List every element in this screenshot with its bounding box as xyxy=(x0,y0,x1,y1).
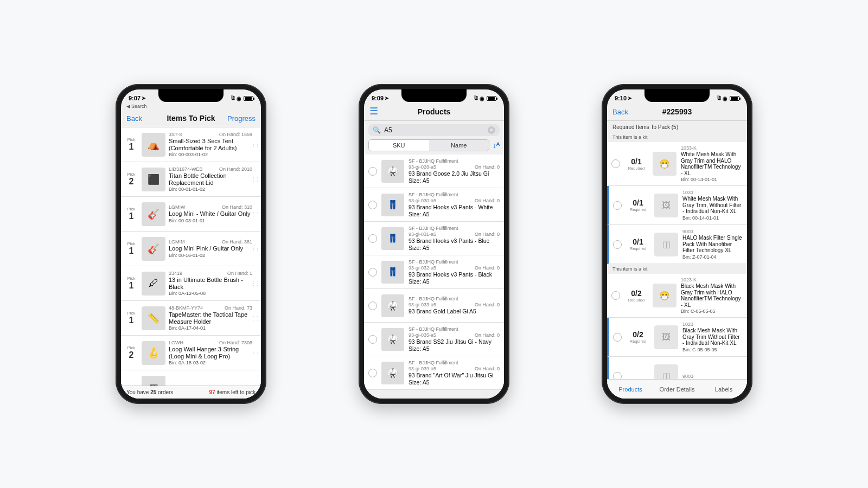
onhand: On Hand: 0 xyxy=(475,366,500,371)
drag-handle-icon[interactable]: ⋮⋮ xyxy=(252,303,258,333)
pick-row[interactable]: Pick2⬛LID31674-WEBOn Hand: 2010Titan Bot… xyxy=(121,162,261,197)
product-row[interactable]: 🥋SF - BJJHQ Fulfillment93-gi-035-a5On Ha… xyxy=(364,323,504,356)
page-title: Items To Pick xyxy=(167,114,215,123)
breadcrumb-back-to-search[interactable]: ◀ Search xyxy=(121,102,261,109)
select-radio[interactable] xyxy=(368,234,377,243)
pack-row[interactable]: 0/1Required😷1033-KWhite Mesh Mask With G… xyxy=(607,142,747,186)
pack-row[interactable]: 0/2Required🖼1023Black Mesh Mask With Gra… xyxy=(607,318,747,357)
pack-info: 1033White Mesh Mask With Gray Trim, With… xyxy=(682,190,743,221)
product-name: Titan Bottle Collection Replacement Lid xyxy=(169,172,252,186)
segment-name[interactable]: Name xyxy=(429,140,489,151)
select-radio[interactable] xyxy=(368,268,377,277)
search-field[interactable]: 🔍 ✕ xyxy=(368,124,500,136)
product-info: SF - BJJHQ Fulfillment93-gi-039-a5On Han… xyxy=(409,360,500,385)
product-row[interactable]: 🥋SF - BJJHQ Fulfillment93-gi-028-a5On Ha… xyxy=(364,155,504,188)
wifi-icon: ◉ xyxy=(723,95,727,101)
fulfillment: SF - BJJHQ Fulfillment xyxy=(409,326,458,332)
pack-row[interactable]: 0/2Required😷1023-KBlack Mesh Mask With G… xyxy=(607,274,747,318)
screen: 9:07➤ ◉ ◀ Search Back Items To Pick Prog… xyxy=(121,89,261,399)
drag-handle-icon[interactable]: ⋮⋮ xyxy=(252,199,258,229)
product-row[interactable]: 🥋SF - BJJHQ Fulfillment93-gi-033-a5On Ha… xyxy=(364,289,504,323)
sku: LGMIM xyxy=(169,239,185,245)
pack-row[interactable]: 0/1Required◫9003HALO Mask Filter Single … xyxy=(607,225,747,264)
select-radio[interactable] xyxy=(368,301,377,310)
select-radio[interactable] xyxy=(368,335,377,344)
back-button[interactable]: Back xyxy=(612,108,628,116)
tab-order-details[interactable]: Order Details xyxy=(654,380,700,399)
product-thumb: 🖼 xyxy=(654,325,678,349)
pick-row[interactable]: Pick1🎸LGMIMOn Hand: 381Loog Mini Pink / … xyxy=(121,232,261,266)
required-col: 0/1Required xyxy=(626,198,650,212)
product-row[interactable]: 👖SF - BJJHQ Fulfillment93-gi-032-a5On Ha… xyxy=(364,255,504,289)
pick-row[interactable]: Pick1⛺3ST-SOn Hand: 1559Small-Sized 3 Se… xyxy=(121,127,261,162)
progress-button[interactable]: Progress xyxy=(227,114,256,123)
pick-row[interactable]: Pick2🪝LGWHOn Hand: 7306Loog Wall Hanger … xyxy=(121,336,261,370)
notch xyxy=(401,89,467,102)
select-radio[interactable] xyxy=(368,167,377,176)
required-col: 0/2Required xyxy=(624,289,648,303)
nav-bar: ☰ Products xyxy=(364,102,504,121)
product-name: 93 Brand Hooks v3 Pants - Black Size: A5 xyxy=(409,271,500,284)
pack-row[interactable]: 0/1Required🖼1033White Mesh Mask With Gra… xyxy=(607,186,747,225)
select-radio[interactable] xyxy=(613,240,622,249)
pick-qty-col: Pick2 xyxy=(124,338,138,368)
pick-list-scroll[interactable]: Pick1⛺3ST-SOn Hand: 1559Small-Sized 3 Se… xyxy=(121,127,261,399)
search-input[interactable] xyxy=(384,126,484,134)
onhand: On Hand: 310 xyxy=(222,204,252,210)
select-radio[interactable] xyxy=(611,159,620,168)
required-col: 0/2Required xyxy=(626,330,650,344)
select-radio[interactable] xyxy=(368,369,377,377)
product-row[interactable]: 👖SF - BJJHQ Fulfillment93-gi-031-a5On Ha… xyxy=(364,222,504,255)
pick-row[interactable]: Pick1🎸LGMIWOn Hand: 310Loog Mini - White… xyxy=(121,197,261,232)
tab-labels[interactable]: Labels xyxy=(700,380,747,399)
fulfillment: SF - BJJHQ Fulfillment xyxy=(409,226,458,231)
product-name: Loog Wall Hanger 3-String (Loog Mini & L… xyxy=(169,346,252,359)
back-button[interactable]: Back xyxy=(126,114,142,123)
pick-row[interactable]: Pick1📏48-BKMF-YY74On Hand: 73TapeMaster:… xyxy=(121,301,261,336)
drag-handle-icon[interactable]: ⋮⋮ xyxy=(252,338,258,368)
sort-segment[interactable]: SKU Name xyxy=(368,139,489,151)
product-thumb: 📏 xyxy=(142,306,165,330)
product-name: 93 Brand "Art Of War" Jiu Jitsu Gi Size:… xyxy=(409,372,500,385)
clear-search-icon[interactable]: ✕ xyxy=(488,126,495,134)
tab-products[interactable]: Products xyxy=(607,380,654,399)
product-thumb: 👖 xyxy=(381,194,404,216)
drag-handle-icon[interactable]: ⋮⋮ xyxy=(252,164,258,194)
menu-icon[interactable]: ☰ xyxy=(369,106,378,117)
product-row[interactable]: 👖SF - BJJHQ Fulfillment93-gi-030-a5On Ha… xyxy=(364,188,504,222)
bin: Bin: 00-16-01-02 xyxy=(169,253,252,258)
product-name: HALO Mask Filter Single Pack With Nanofi… xyxy=(682,235,743,254)
select-radio[interactable] xyxy=(368,201,377,209)
segment-sku[interactable]: SKU xyxy=(369,140,429,151)
drag-handle-icon[interactable]: ⋮⋮ xyxy=(252,130,258,159)
drag-handle-icon[interactable]: ⋮⋮ xyxy=(252,268,258,298)
product-list-scroll[interactable]: 🥋SF - BJJHQ Fulfillment93-gi-028-a5On Ha… xyxy=(364,155,504,399)
status-time: 9:10 xyxy=(615,95,627,101)
pack-list-scroll[interactable]: Required Items To Pack (5) This item is … xyxy=(607,121,747,399)
required-col: 0/1Required xyxy=(626,237,650,251)
product-name: Black Mesh Mask With Gray Trim with HALO… xyxy=(681,283,743,308)
nav-bar: Back #225993 xyxy=(607,102,747,121)
kit-header: This item is a kit xyxy=(607,264,747,274)
pick-qty-col: Pick1 xyxy=(124,303,138,333)
select-radio[interactable] xyxy=(613,333,622,342)
sku: 93-gi-035-a5 xyxy=(409,332,436,338)
battery-icon xyxy=(730,96,739,101)
product-name: 93 Brand Gold Label Gi A5 xyxy=(409,308,500,314)
select-radio[interactable] xyxy=(613,201,622,210)
bin: Bin: C-05-05-05 xyxy=(681,309,743,314)
product-row[interactable]: 🥋SF - BJJHQ Fulfillment93-gi-039-a5On Ha… xyxy=(364,356,504,390)
drag-handle-icon[interactable]: ⋮⋮ xyxy=(252,234,258,264)
sort-direction-button[interactable]: ↓ᴬ xyxy=(493,141,500,150)
product-name: 13 in Ultimate Bottle Brush - Black xyxy=(169,277,252,290)
bin: Bin: Z-07-01-04 xyxy=(682,254,743,260)
bottom-tabbar: Products Order Details Labels xyxy=(607,379,747,399)
select-radio[interactable] xyxy=(611,291,620,300)
pick-row[interactable]: Pick1🖊23419On Hand: 113 in Ultimate Bott… xyxy=(121,266,261,301)
product-name: Loog Mini - White / Guitar Only xyxy=(169,210,252,217)
sku: 93-gi-039-a5 xyxy=(409,366,436,371)
product-info: SF - BJJHQ Fulfillment93-gi-030-a5On Han… xyxy=(409,192,500,217)
product-thumb: 🎸 xyxy=(142,237,165,261)
product-name: Black Mesh Mask With Gray Trim Without F… xyxy=(682,328,743,346)
bin: Bin: 0A-12-05-08 xyxy=(169,291,252,296)
